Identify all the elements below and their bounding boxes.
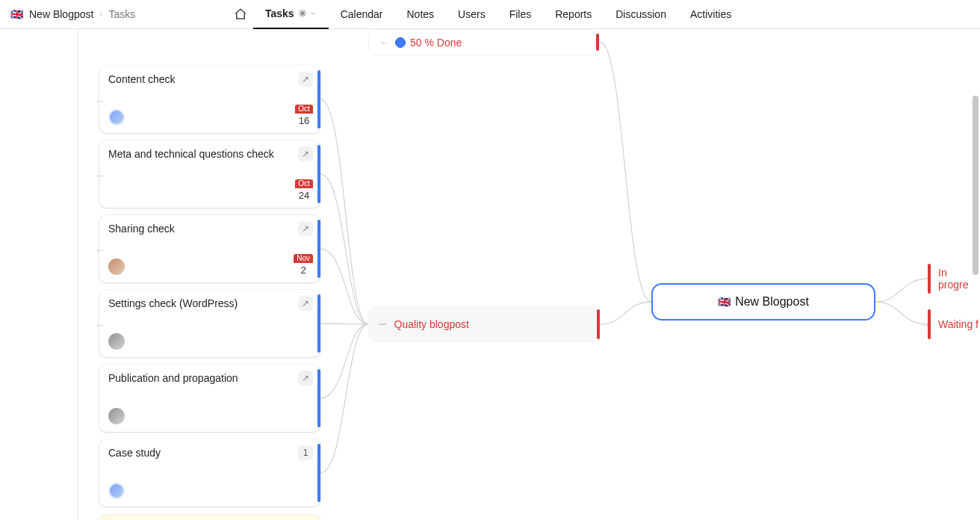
nav-reports[interactable]: Reports bbox=[543, 0, 604, 29]
edge bbox=[600, 29, 660, 343]
task-card[interactable]: Sharing check ↗ Nov2 bbox=[99, 215, 320, 282]
open-icon[interactable]: ↗ bbox=[298, 296, 313, 311]
nav-label: Tasks bbox=[265, 7, 294, 19]
nav-label: Files bbox=[509, 8, 532, 20]
task-card[interactable]: Content check ↗ Oct16 bbox=[99, 66, 320, 133]
nav-users[interactable]: Users bbox=[446, 0, 497, 29]
open-icon[interactable]: ↗ bbox=[298, 371, 313, 386]
status-bar bbox=[928, 264, 931, 294]
chevron-right-icon: › bbox=[99, 9, 102, 19]
nav-discussion[interactable]: Discussion bbox=[604, 0, 678, 29]
task-card[interactable]: Publication and propagation ↗ bbox=[99, 365, 320, 432]
collapse-arrow-icon[interactable]: ← bbox=[95, 95, 105, 107]
open-icon[interactable]: ↗ bbox=[298, 146, 313, 161]
collapse-arrow-icon[interactable]: ← bbox=[95, 170, 105, 182]
task-title: Case study bbox=[108, 447, 161, 459]
open-icon[interactable]: ↗ bbox=[298, 221, 313, 236]
nav-label: Calendar bbox=[341, 8, 383, 20]
nav-tasks-view-toggle[interactable] bbox=[297, 8, 317, 19]
status-bar bbox=[317, 145, 320, 203]
vertical-divider bbox=[78, 29, 78, 520]
group-title: Quality blogpost bbox=[394, 318, 469, 330]
breadcrumb-section[interactable]: Tasks bbox=[108, 8, 135, 20]
status-bar bbox=[317, 444, 320, 502]
task-card[interactable]: Case study 1 bbox=[99, 439, 320, 507]
due-date: Oct16 bbox=[295, 102, 313, 127]
nav-label: Reports bbox=[555, 8, 592, 20]
avatar[interactable] bbox=[108, 408, 125, 424]
nav-files[interactable]: Files bbox=[497, 0, 544, 29]
status-bar bbox=[317, 220, 320, 278]
status-bar bbox=[317, 294, 320, 353]
status-node[interactable]: ← 50 % Done bbox=[368, 29, 600, 55]
edge bbox=[320, 29, 380, 520]
collapse-arrow-icon[interactable]: ← bbox=[95, 319, 105, 331]
task-title: Meta and technical questions check bbox=[108, 148, 274, 160]
nav-notes[interactable]: Notes bbox=[395, 0, 447, 29]
status-text: 50 % Done bbox=[410, 37, 462, 49]
collapse-arrow-icon[interactable]: ← bbox=[95, 244, 105, 256]
task-card[interactable]: Meta and technical questions check ↗ Oct… bbox=[99, 140, 320, 208]
task-card[interactable]: Settings check (WordPress) ↗ bbox=[99, 290, 320, 357]
due-date: Oct24 bbox=[295, 176, 313, 202]
task-title: Content check bbox=[108, 73, 176, 85]
root-title: New Blogpost bbox=[735, 295, 809, 309]
main-nav: Tasks Calendar Notes Users Files Reports… bbox=[228, 0, 743, 29]
group-node[interactable]: − Quality blogpost bbox=[368, 306, 600, 343]
task-title: Settings check (WordPress) bbox=[108, 297, 238, 309]
avatar[interactable] bbox=[108, 333, 125, 350]
avatar[interactable] bbox=[108, 109, 125, 126]
nav-label: Activities bbox=[690, 8, 731, 20]
status-bar bbox=[596, 34, 599, 51]
breadcrumb: 🇬🇧 New Blogpost › Tasks bbox=[0, 8, 135, 20]
collapse-arrow-icon[interactable]: ← bbox=[379, 37, 389, 48]
status-bar bbox=[597, 309, 600, 339]
nav-label: Users bbox=[458, 8, 486, 20]
nav-calendar[interactable]: Calendar bbox=[329, 0, 395, 29]
mindmap-canvas[interactable]: Content check ↗ Oct16 ← Meta and technic… bbox=[0, 29, 980, 520]
status-bar bbox=[317, 369, 320, 427]
top-bar: 🇬🇧 New Blogpost › Tasks Tasks Calendar N… bbox=[0, 0, 980, 29]
avatar[interactable] bbox=[108, 483, 125, 499]
vertical-scrollbar[interactable] bbox=[971, 58, 980, 520]
nav-label: Discussion bbox=[615, 8, 666, 20]
root-node[interactable]: 🇬🇧 New Blogpost bbox=[651, 283, 875, 321]
due-date: Nov2 bbox=[294, 251, 313, 276]
status-bar bbox=[317, 70, 320, 129]
subtask-count: 1 bbox=[298, 445, 313, 460]
task-card-partial[interactable] bbox=[99, 515, 320, 520]
nav-label: Notes bbox=[407, 8, 435, 20]
expand-arrow-icon[interactable]: ← bbox=[920, 319, 931, 331]
nav-tasks[interactable]: Tasks bbox=[253, 0, 329, 29]
task-title: Publication and propagation bbox=[108, 372, 238, 384]
flag-icon: 🇬🇧 bbox=[718, 296, 731, 308]
home-icon[interactable] bbox=[228, 7, 253, 21]
avatar[interactable] bbox=[108, 259, 125, 275]
scrollbar-thumb[interactable] bbox=[973, 96, 979, 275]
task-title: Sharing check bbox=[108, 223, 175, 235]
breadcrumb-project[interactable]: New Blogpost bbox=[29, 8, 93, 20]
flag-icon: 🇬🇧 bbox=[10, 8, 23, 20]
status-dot-icon bbox=[395, 37, 406, 48]
nav-activities[interactable]: Activities bbox=[678, 0, 743, 29]
open-icon[interactable]: ↗ bbox=[298, 72, 313, 87]
